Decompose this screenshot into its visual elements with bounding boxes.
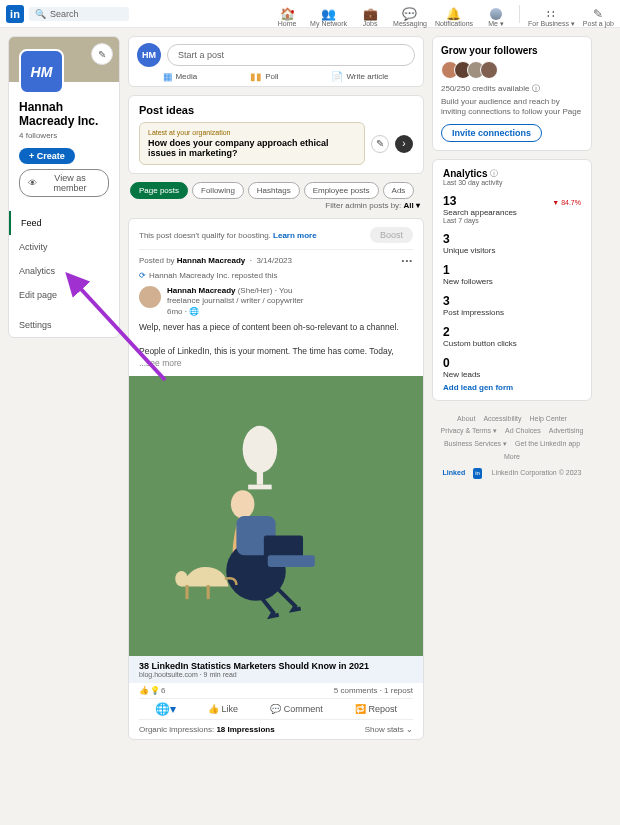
comment-icon: 💬 (270, 704, 281, 714)
svg-rect-2 (249, 484, 273, 489)
svg-rect-1 (257, 469, 263, 485)
stat-item[interactable]: 0New leads (443, 356, 581, 379)
author-avatar[interactable] (139, 286, 161, 308)
nav-notifications[interactable]: 🔔Notifications (435, 8, 473, 27)
nav-post-job[interactable]: ✎Post a job (583, 8, 614, 27)
cover-image: HM ✎ (9, 37, 119, 82)
menu-feed[interactable]: Feed (9, 211, 119, 235)
like-button[interactable]: 👍Like (208, 702, 239, 716)
reactions[interactable]: 👍💡6 (139, 686, 165, 695)
left-menu: Feed Activity Analytics Edit page Settin… (9, 211, 119, 337)
analytics-card: Analyticsⓘ Last 30 day activity 13▼ 84.7… (432, 159, 592, 401)
nav-business[interactable]: ∷For Business ▾ (528, 8, 575, 27)
info-icon[interactable]: ⓘ (490, 168, 498, 179)
start-post-input[interactable]: Start a post (167, 44, 415, 66)
view-as-member-button[interactable]: 👁View as member (19, 169, 109, 197)
svg-point-0 (243, 426, 277, 473)
followers-count[interactable]: 4 followers (19, 131, 109, 140)
nav-jobs[interactable]: 💼Jobs (355, 8, 385, 27)
author-name[interactable]: Hannah Macready (167, 286, 235, 295)
tab-following[interactable]: Following (192, 182, 244, 199)
grow-title: Grow your followers (441, 45, 583, 56)
footer: AboutAccessibilityHelp CenterPrivacy & T… (432, 409, 592, 484)
media-icon: ▦ (163, 71, 172, 82)
nav-messaging[interactable]: 💬Messaging (393, 8, 427, 27)
post-menu-icon[interactable]: ••• (402, 256, 413, 265)
comments-count[interactable]: 5 comments · 1 repost (334, 686, 413, 695)
footer-link[interactable]: Advertising (549, 425, 584, 438)
posted-by: Posted by Hannah Macready · 3/14/2023 (139, 256, 292, 265)
svg-rect-9 (186, 585, 189, 599)
tab-hashtags[interactable]: Hashtags (248, 182, 300, 199)
idea-next-button[interactable]: › (395, 135, 413, 153)
post-time: 6mo · 🌐 (167, 307, 199, 316)
tab-employee-posts[interactable]: Employee posts (304, 182, 379, 199)
filter-row[interactable]: Filter admin posts by: All ▾ (128, 199, 424, 210)
footer-link[interactable]: Help Center (530, 413, 567, 426)
search-icon: 🔍 (35, 9, 46, 19)
svg-point-3 (231, 490, 255, 518)
invite-connections-button[interactable]: Invite connections (441, 124, 542, 142)
post-card: This post doesn't qualify for boosting. … (128, 218, 424, 740)
link-preview[interactable]: 38 LinkedIn Statistics Marketers Should … (129, 656, 423, 683)
start-post-card: HM Start a post ▦Media ▮▮Poll 📄Write art… (128, 36, 424, 87)
eye-icon: 👁 (28, 178, 37, 188)
nav-home[interactable]: 🏠Home (272, 8, 302, 27)
search-input[interactable]: 🔍 Search (29, 7, 129, 21)
credits-text: 250/250 credits available ⓘ (441, 83, 583, 94)
boost-message: This post doesn't qualify for boosting. … (139, 231, 317, 240)
reactor-icon[interactable]: 🌐▾ (155, 702, 176, 716)
comment-button[interactable]: 💬Comment (270, 702, 323, 716)
footer-link[interactable]: Accessibility (483, 413, 521, 426)
nav-me[interactable]: Me ▾ (481, 8, 511, 27)
grow-text: Build your audience and reach by invitin… (441, 97, 583, 118)
post-ideas-title: Post ideas (139, 104, 413, 116)
menu-edit-page[interactable]: Edit page (9, 283, 119, 307)
search-placeholder: Search (50, 9, 79, 19)
create-button[interactable]: + Create (19, 148, 75, 164)
reposted-badge: ⟳ Hannah Macready Inc. reposted this (139, 271, 413, 280)
footer-link[interactable]: More (504, 451, 520, 464)
nav-network[interactable]: 👥My Network (310, 8, 347, 27)
info-icon[interactable]: ⓘ (532, 84, 540, 93)
footer-link[interactable]: Business Services ▾ (444, 438, 507, 451)
analytics-title: Analytics (443, 168, 487, 179)
idea-edit-button[interactable]: ✎ (371, 135, 389, 153)
edit-cover-button[interactable]: ✎ (91, 43, 113, 65)
analytics-subtitle: Last 30 day activity (443, 179, 581, 186)
footer-corp: LinkedIn Corporation © 2023 (492, 467, 582, 480)
repost-button[interactable]: 🔁Repost (355, 702, 398, 716)
poll-button[interactable]: ▮▮Poll (250, 71, 278, 82)
avatar-icon (490, 8, 502, 20)
menu-settings[interactable]: Settings (9, 313, 119, 337)
post-image[interactable] (129, 376, 423, 656)
add-lead-form-link[interactable]: Add lead gen form (443, 383, 581, 392)
tab-ads[interactable]: Ads (383, 182, 415, 199)
boost-button[interactable]: Boost (370, 227, 413, 243)
menu-activity[interactable]: Activity (9, 235, 119, 259)
write-article-button[interactable]: 📄Write article (331, 71, 388, 82)
idea-prompt[interactable]: Latest at your organization How does you… (139, 122, 365, 165)
stat-item[interactable]: 3Unique visitors (443, 232, 581, 255)
footer-link[interactable]: Ad Choices (505, 425, 541, 438)
media-button[interactable]: ▦Media (163, 71, 197, 82)
svg-rect-7 (268, 555, 315, 567)
stat-item[interactable]: 2Custom button clicks (443, 325, 581, 348)
stat-item[interactable]: 1New followers (443, 263, 581, 286)
svg-point-8 (176, 571, 189, 587)
stat-item[interactable]: 13▼ 84.7%Search appearancesLast 7 days (443, 194, 581, 224)
learn-more-link[interactable]: Learn more (273, 231, 317, 240)
footer-link[interactable]: About (457, 413, 475, 426)
show-stats-button[interactable]: Show stats ⌄ (365, 725, 413, 734)
svg-rect-10 (207, 585, 210, 599)
footer-link[interactable]: Get the LinkedIn app (515, 438, 580, 451)
page-logo[interactable]: HM (19, 49, 64, 94)
linkedin-logo[interactable]: in (6, 5, 24, 23)
tab-page-posts[interactable]: Page posts (130, 182, 188, 199)
stat-item[interactable]: 3Post impressions (443, 294, 581, 317)
grow-followers-card: Grow your followers 250/250 credits avai… (432, 36, 592, 151)
page-title[interactable]: Hannah Macready Inc. (19, 100, 109, 129)
see-more-link[interactable]: ...see more (139, 358, 182, 368)
menu-analytics[interactable]: Analytics (9, 259, 119, 283)
footer-link[interactable]: Privacy & Terms ▾ (441, 425, 497, 438)
